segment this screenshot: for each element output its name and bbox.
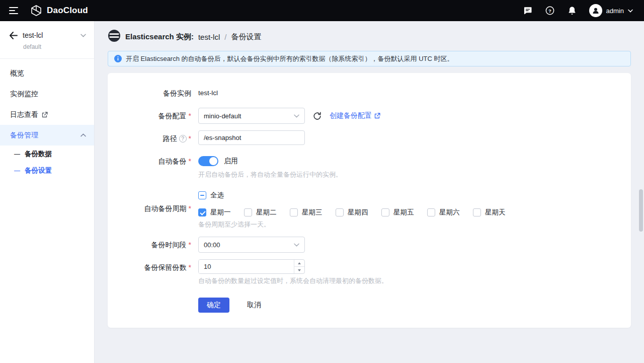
chevron-down-icon[interactable] [80,34,86,37]
namespace-label: default [23,43,86,50]
back-icon[interactable] [9,32,18,39]
brand-name: DaoCloud [47,6,88,16]
checkbox-unchecked-icon[interactable] [473,208,481,216]
sidebar-item-backup-settings[interactable]: 备份设置 [0,162,94,179]
field-label: 备份配置 [108,108,191,124]
scrollbar[interactable] [639,189,643,232]
backup-time-select[interactable]: 00:00 [198,237,305,253]
retention-input[interactable] [199,260,284,273]
external-link-icon [42,112,48,118]
topbar: DaoCloud ? [0,0,644,21]
breadcrumb: Elasticsearch 实例: test-lcl / 备份设置 [95,21,644,51]
sidebar-item-label: 实例监控 [10,90,38,99]
weekday-checkbox-5[interactable]: 星期五 [381,208,427,217]
chevron-down-icon [294,243,299,247]
main-content: Elasticsearch 实例: test-lcl / 备份设置 开启 Ela… [95,21,644,363]
refresh-icon[interactable] [312,111,322,121]
user-menu[interactable]: admin [589,4,633,17]
weekday-label: 星期六 [439,208,460,217]
instance-switcher[interactable]: test-lcl [23,31,43,39]
messages-icon[interactable] [523,6,533,16]
checkbox-checked-icon[interactable] [198,208,206,216]
elasticsearch-icon [108,29,121,44]
required-marker [189,202,191,214]
select-all-weekdays[interactable]: 全选 [198,189,519,201]
chevron-up-icon [80,133,86,137]
required-marker [189,259,191,275]
select-all-label: 全选 [210,191,224,200]
checkbox-unchecked-icon[interactable] [244,208,252,216]
sidebar-header: test-lcl default [0,21,94,59]
notifications-icon[interactable] [567,6,577,16]
form-actions: 确定 取消 [198,298,631,313]
form-row-retention: 备份保留份数 [108,259,631,275]
breadcrumb-separator: / [224,33,226,41]
cancel-button[interactable]: 取消 [247,301,261,310]
weekday-checkbox-4[interactable]: 星期四 [336,208,381,217]
help-icon[interactable]: ? [545,6,555,16]
weekday-checkbox-6[interactable]: 星期六 [427,208,473,217]
weekday-checkbox-1[interactable]: 星期一 [198,208,244,217]
chevron-down-icon [294,114,299,118]
confirm-button[interactable]: 确定 [198,298,229,313]
form-row-config: 备份配置 minio-default 创建备份配置 [108,108,631,124]
form-row-auto-backup: 自动备份 启用 [108,153,631,169]
auto-backup-toggle[interactable] [198,156,218,166]
form-row-instance: 备份实例 test-lcl [108,85,631,101]
cycle-helper: 备份周期至少选择一天。 [198,220,519,229]
required-marker [189,153,191,169]
form-row-path: 路径 [108,130,631,147]
sidebar-item-overview[interactable]: 概览 [0,63,94,84]
weekday-label: 星期二 [256,208,277,217]
breadcrumb-current: 备份设置 [231,32,261,42]
spinner-up-icon[interactable] [294,260,304,266]
weekday-label: 星期四 [348,208,368,217]
field-label: 备份时间段 [108,237,191,253]
backup-config-select[interactable]: minio-default [198,108,305,124]
weekday-checkbox-group: 星期一星期二星期三星期四星期五星期六星期天 [198,208,519,217]
breadcrumb-instance[interactable]: test-lcl [198,33,220,41]
info-icon [114,55,122,62]
field-label: 路径 [108,130,191,147]
weekday-label: 星期一 [210,208,231,217]
menu-toggle-icon[interactable] [9,7,19,14]
field-label: 备份实例 [108,85,191,101]
sidebar: test-lcl default 概览 实例监控 日志查看 备份管理 [0,21,95,363]
weekday-checkbox-2[interactable]: 星期二 [244,208,290,217]
sidebar-item-label: 概览 [10,69,24,78]
checkbox-unchecked-icon[interactable] [381,208,389,216]
page-title: Elasticsearch 实例: [125,32,194,42]
required-marker [189,237,191,253]
weekday-checkbox-3[interactable]: 星期三 [290,208,336,217]
chevron-down-icon [628,9,633,13]
weekday-label: 星期五 [393,208,414,217]
checkbox-unchecked-icon[interactable] [427,208,435,216]
retention-number-input [198,259,305,274]
spinner-down-icon[interactable] [294,266,304,273]
sidebar-item-log-view[interactable]: 日志查看 [0,104,94,125]
help-tooltip-icon[interactable] [179,135,187,142]
sidebar-item-backup-management[interactable]: 备份管理 [0,125,94,146]
checkbox-unchecked-icon[interactable] [336,208,344,216]
weekday-checkbox-7[interactable]: 星期天 [473,208,519,217]
external-link-icon [374,113,380,119]
sidebar-item-label: 日志查看 [10,110,38,119]
auto-backup-helper: 开启自动备份后，将自动全量备份运行中的实例。 [198,170,631,179]
alert-text: 开启 Elasticsearch 的自动备份后，默认会备份实例中所有的索引数据（… [126,54,453,63]
field-label: 自动备份 [108,153,191,169]
username: admin [606,7,624,15]
path-input[interactable] [198,130,305,145]
sidebar-item-backup-data[interactable]: 备份数据 [0,146,94,162]
sidebar-item-label: 备份设置 [25,166,52,175]
checkbox-unchecked-icon[interactable] [290,208,298,216]
select-value: 00:00 [204,241,220,249]
checkbox-indeterminate-icon[interactable] [198,191,206,199]
svg-text:?: ? [548,8,551,14]
required-marker [189,108,191,124]
backup-settings-form: 备份实例 test-lcl 备份配置 minio-default [108,73,631,328]
link-label: 创建备份配置 [330,111,372,120]
sidebar-item-instance-monitoring[interactable]: 实例监控 [0,84,94,104]
brand[interactable]: DaoCloud [30,5,88,17]
daocloud-logo-icon [30,5,42,17]
create-backup-config-link[interactable]: 创建备份配置 [330,111,380,120]
